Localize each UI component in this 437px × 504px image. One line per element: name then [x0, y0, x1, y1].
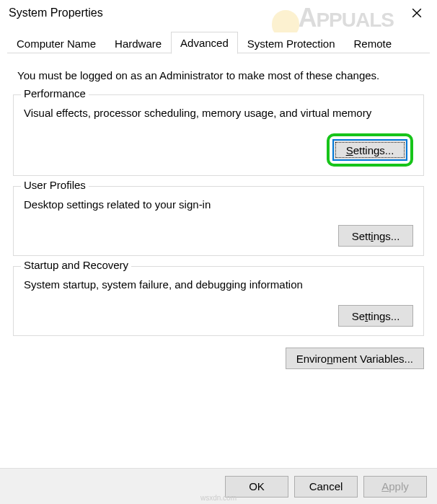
startup-recovery-settings-button[interactable]: Settings... — [338, 305, 413, 327]
tab-system-protection[interactable]: System Protection — [238, 32, 345, 54]
group-performance-legend: Performance — [21, 87, 89, 100]
intro-text: You must be logged on as an Administrato… — [17, 69, 420, 81]
group-startup-recovery-legend: Startup and Recovery — [21, 259, 131, 271]
close-icon — [412, 8, 422, 18]
performance-settings-button[interactable]: Settings... — [332, 139, 407, 161]
close-button[interactable] — [402, 3, 431, 23]
tab-advanced[interactable]: Advanced — [171, 32, 238, 54]
ok-button[interactable]: OK — [225, 476, 288, 498]
window-title: System Properties — [9, 6, 402, 19]
tab-content: You must be logged on as an Administrato… — [0, 53, 437, 376]
cancel-button[interactable]: Cancel — [294, 476, 358, 498]
tab-remote[interactable]: Remote — [345, 32, 402, 54]
group-user-profiles-legend: User Profiles — [21, 179, 89, 191]
group-user-profiles: User Profiles Desktop settings related t… — [13, 186, 424, 256]
group-performance-desc: Visual effects, processor scheduling, me… — [24, 107, 413, 119]
titlebar: System Properties — [0, 0, 437, 26]
group-user-profiles-desc: Desktop settings related to your sign-in — [24, 198, 413, 211]
dialog-button-bar: OK Cancel Apply — [0, 468, 437, 504]
group-startup-recovery-desc: System startup, system failure, and debu… — [24, 278, 413, 291]
tab-hardware[interactable]: Hardware — [105, 32, 171, 54]
highlight-performance-settings: Settings... — [327, 133, 413, 167]
tab-strip: Computer Name Hardware Advanced System P… — [0, 26, 437, 53]
user-profiles-settings-button[interactable]: Settings... — [338, 225, 413, 247]
group-performance: Performance Visual effects, processor sc… — [13, 94, 424, 176]
environment-variables-button[interactable]: Environment Variables... — [286, 348, 424, 369]
apply-button[interactable]: Apply — [363, 476, 427, 498]
group-startup-recovery: Startup and Recovery System startup, sys… — [13, 266, 424, 336]
tab-computer-name[interactable]: Computer Name — [7, 32, 105, 54]
